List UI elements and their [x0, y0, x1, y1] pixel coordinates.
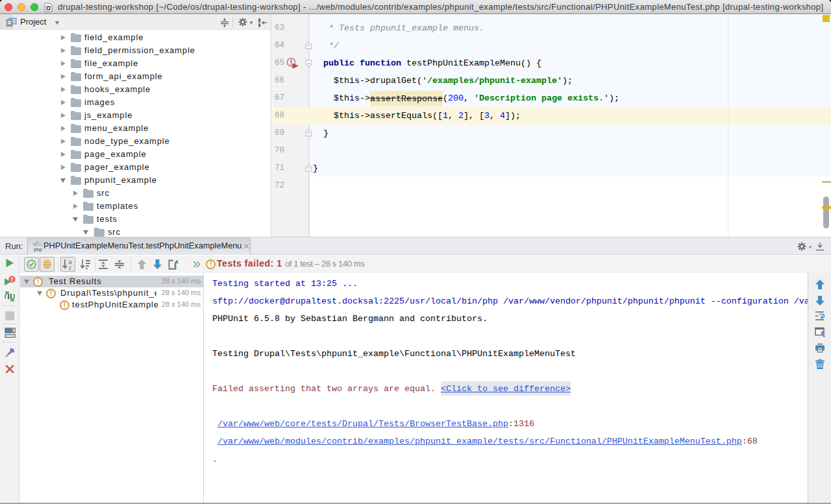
svg-text:z: z — [69, 265, 72, 270]
svg-text:php: php — [34, 247, 42, 252]
